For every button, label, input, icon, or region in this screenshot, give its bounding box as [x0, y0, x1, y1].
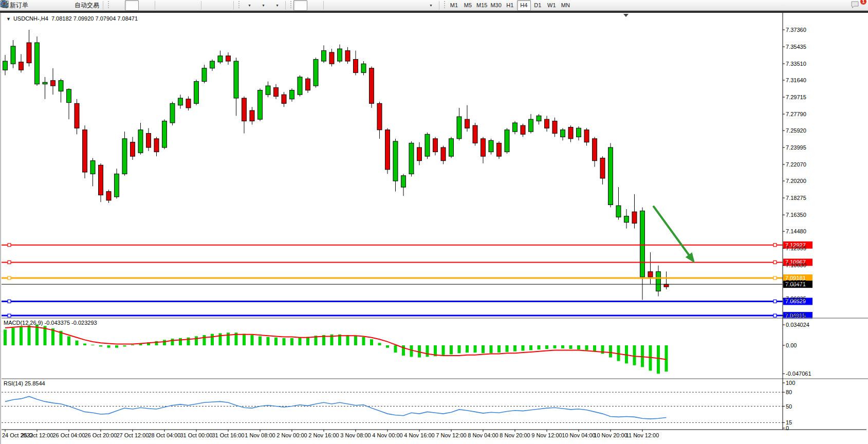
indicators-button[interactable]: ▾ — [269, 0, 283, 11]
timeframe-mn-button[interactable]: MN — [559, 0, 572, 11]
timeframe-d1-button[interactable]: D1 — [531, 0, 545, 11]
rsi-tick-label: 0 — [786, 425, 789, 431]
horizontal-line-tool-button[interactable] — [340, 0, 354, 11]
candle-body — [218, 56, 223, 62]
zoom-out-button[interactable] — [171, 0, 185, 11]
macd-histogram-bar — [211, 334, 214, 345]
level-line-handle[interactable] — [8, 244, 11, 247]
timeframe-m1-button[interactable]: M1 — [447, 0, 461, 11]
candle-chart-mode-button[interactable] — [125, 0, 139, 11]
level-line-handle[interactable] — [773, 276, 777, 280]
new-order-button[interactable]: 新订单 — [7, 0, 30, 11]
toolbar-grip — [443, 1, 446, 9]
line-chart-mode-button[interactable] — [139, 0, 153, 11]
label-tool-button[interactable]: T — [409, 0, 423, 11]
zoom-in-button[interactable] — [157, 0, 171, 11]
candle-body — [210, 61, 215, 68]
timeframe-m30-button[interactable]: M30 — [489, 0, 503, 11]
fibonacci-tool-button[interactable]: F — [381, 0, 395, 11]
level-line-handle[interactable] — [8, 276, 11, 280]
candle-body — [361, 64, 366, 72]
level-line-handle[interactable] — [8, 261, 11, 264]
toolbar-grip — [237, 1, 240, 9]
period-button[interactable]: ▾ — [255, 0, 269, 11]
price-tick-label: 7.04915 — [786, 312, 806, 319]
vertical-line-tool-button[interactable] — [326, 0, 340, 11]
macd-histogram-bar — [665, 345, 668, 372]
candle-body — [370, 68, 374, 104]
candle-body — [656, 272, 661, 291]
tile-windows-button[interactable] — [185, 0, 199, 11]
dropdown-arrow-icon: ▾ — [430, 3, 432, 8]
timeframe-label: MN — [561, 2, 570, 8]
data-window-button[interactable] — [44, 0, 58, 11]
macd-histogram-bar — [529, 345, 532, 350]
notifications-button[interactable]: 1 — [850, 0, 864, 11]
candle-body — [345, 50, 350, 61]
toolbar-separator — [155, 1, 155, 10]
new-chart-button[interactable]: ▾ — [242, 0, 255, 11]
candle-body — [186, 99, 191, 108]
candle-body — [497, 143, 502, 156]
equidistant-channel-tool-button[interactable]: E — [367, 0, 381, 11]
autotrade-button[interactable]: 自动交易 — [71, 0, 101, 11]
candle-body — [600, 158, 605, 178]
cursor-tool-button[interactable] — [293, 0, 307, 11]
candle-body — [3, 61, 8, 70]
auto-scroll-button[interactable] — [204, 0, 217, 11]
macd-histogram-bar — [522, 345, 525, 351]
macd-histogram-bar — [362, 337, 365, 345]
macd-histogram-bar — [561, 345, 564, 348]
candle-body — [90, 161, 95, 174]
level-line-handle[interactable] — [773, 261, 777, 264]
market-watch-button[interactable] — [30, 0, 44, 11]
level-line-handle[interactable] — [773, 244, 777, 247]
price-tick-label: 7.20200 — [786, 178, 806, 184]
candle-body — [664, 284, 669, 287]
candle-body — [593, 139, 597, 161]
macd-histogram-bar — [243, 334, 246, 345]
text-tool-button[interactable]: A — [395, 0, 409, 11]
macd-histogram-bar — [370, 339, 373, 345]
macd-histogram-bar — [569, 345, 572, 349]
candle-body — [11, 46, 15, 64]
candle-body — [298, 77, 302, 95]
macd-histogram-bar — [426, 345, 429, 357]
candle-body — [473, 125, 477, 143]
timeframe-h4-button[interactable]: H4 — [517, 0, 531, 11]
candle-body — [457, 117, 461, 139]
time-tick-label: 26 Oct 04:00 — [53, 432, 85, 438]
candle-body — [417, 147, 422, 161]
trend-arrow-head[interactable] — [686, 252, 695, 263]
rsi-line — [5, 396, 667, 419]
macd-histogram-bar — [585, 345, 588, 350]
candle-body — [449, 139, 454, 156]
search-button[interactable] — [833, 0, 847, 11]
candle-body — [154, 139, 159, 152]
level-line-handle[interactable] — [8, 300, 11, 303]
level-line-handle[interactable] — [773, 300, 777, 303]
trendline-tool-button[interactable] — [354, 0, 367, 11]
level-line-handle[interactable] — [773, 314, 777, 317]
chart-shift-button[interactable] — [217, 0, 231, 11]
rsi-tick-label: 50 — [786, 403, 792, 410]
macd-tick-label: 0.00 — [786, 342, 797, 348]
timeframe-m5-button[interactable]: M5 — [461, 0, 475, 11]
signal-button[interactable] — [58, 0, 71, 11]
macd-histogram-bar — [482, 345, 485, 353]
chart-canvas[interactable]: 7.129277.109677.091817.084717.065297.049… — [0, 0, 868, 444]
time-tick-label: 27 Oct 12:00 — [117, 432, 149, 438]
chart-shift-marker-icon[interactable] — [623, 14, 629, 17]
candle-body — [481, 139, 486, 156]
candle-body — [306, 79, 310, 90]
arrows-tool-button[interactable]: ▾ — [423, 0, 437, 11]
trend-arrow-line[interactable] — [654, 207, 691, 258]
crosshair-tool-button[interactable] — [307, 0, 321, 11]
timeframe-m15-button[interactable]: M15 — [475, 0, 489, 11]
candle-body — [393, 141, 398, 181]
timeframe-w1-button[interactable]: W1 — [545, 0, 559, 11]
candle-body — [178, 98, 183, 105]
level-line-handle[interactable] — [8, 314, 11, 317]
timeframe-h1-button[interactable]: H1 — [503, 0, 517, 11]
bar-chart-mode-button[interactable] — [111, 0, 125, 11]
